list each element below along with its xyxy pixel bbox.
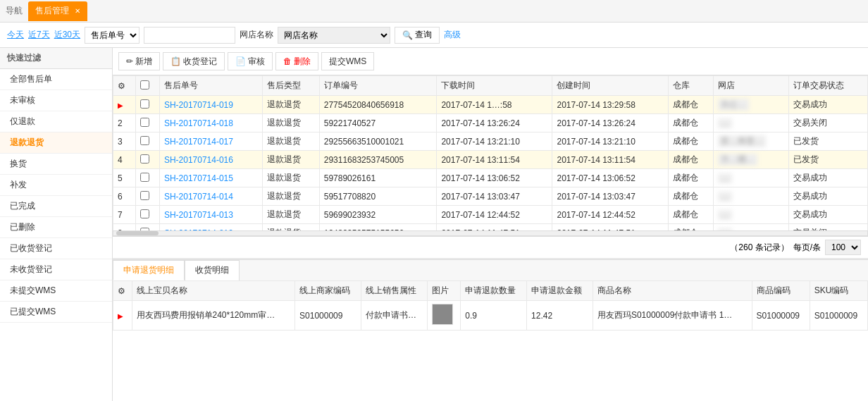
row-id[interactable]: SH-20170714-019 (159, 96, 262, 114)
advanced-button[interactable]: 高级 (444, 29, 461, 41)
row-id[interactable]: SH-20170714-016 (159, 151, 262, 169)
top-nav: 导航 售后管理 ✕ (0, 0, 868, 23)
scrollbar-thumb[interactable] (116, 231, 159, 235)
row-select[interactable] (140, 99, 149, 109)
filter-last7[interactable]: 近7天 (28, 29, 50, 41)
row-checkbox[interactable] (135, 151, 159, 169)
sidebar-item-exchange[interactable]: 换货 (0, 154, 112, 175)
row-select[interactable] (140, 173, 149, 182)
sidebar-item-all[interactable]: 全部售后单 (0, 69, 112, 90)
sidebar-item-not-received[interactable]: 未收货登记 (0, 259, 112, 280)
row-num: 4 (113, 151, 136, 169)
row-id[interactable]: SH-20170714-015 (159, 169, 262, 187)
row-select[interactable] (140, 154, 149, 164)
row-warehouse: 成都仓 (668, 96, 714, 114)
tab-refund-detail[interactable]: 申请退货明细 (113, 260, 185, 280)
pagination: （260 条记录） 每页/条 100 50 200 (113, 236, 868, 258)
bottom-row-amount: 12.42 (527, 301, 593, 331)
row-warehouse: 成都仓 (668, 132, 714, 151)
row-download: 2017-07-14 11:47:51 (437, 224, 552, 231)
sidebar-item-reissue[interactable]: 补发 (0, 175, 112, 196)
row-select[interactable] (140, 136, 149, 145)
query-button[interactable]: 🔍 查询 (395, 27, 440, 44)
row-id[interactable]: SH-20170714-017 (159, 132, 262, 151)
row-created: 2017-07-14 13:29:58 (552, 96, 668, 114)
row-checkbox[interactable] (135, 224, 159, 231)
btcol-amount: 申请退款金额 (527, 281, 593, 301)
row-checkbox[interactable] (135, 206, 159, 224)
audit-icon: 📄 (235, 56, 246, 66)
row-created: 2017-07-14 12:44:52 (552, 206, 668, 224)
audit-button[interactable]: 📄 审核 (228, 52, 273, 70)
sidebar-item-unreviewed[interactable]: 未审核 (0, 90, 112, 111)
shop-select[interactable]: 网店名称 (278, 27, 390, 44)
row-type: 退款退货 (263, 169, 319, 187)
per-page-label: 每页/条 (793, 242, 821, 254)
filter-input[interactable] (144, 27, 235, 44)
row-checkbox[interactable] (135, 132, 159, 151)
row-status: 已发货 (788, 132, 867, 151)
row-type: 退款退货 (263, 132, 319, 151)
row-id[interactable]: SH-20170714-013 (159, 206, 262, 224)
row-created: 2017-07-14 13:21:10 (552, 132, 668, 151)
col-gear[interactable]: ⚙ (113, 76, 136, 96)
col-checkbox[interactable] (135, 76, 159, 96)
row-select[interactable] (140, 209, 149, 218)
row-checkbox[interactable] (135, 114, 159, 132)
row-checkbox[interactable] (135, 169, 159, 187)
add-button[interactable]: ✏ 新增 (118, 52, 160, 70)
sidebar-item-received[interactable]: 已收货登记 (0, 238, 112, 259)
sidebar-item-not-wms[interactable]: 未提交WMS (0, 280, 112, 302)
filter-last30[interactable]: 近30天 (54, 29, 80, 41)
content-area: ✏ 新增 📋 收货登记 📄 审核 🗑 删除 提交WMS (113, 48, 868, 401)
row-type: 退款退货 (263, 206, 319, 224)
col-created: 创建时间 (552, 76, 668, 96)
tab-receive-detail[interactable]: 收货明细 (185, 260, 240, 280)
row-download: 2017-07-14 13:21:10 (437, 132, 552, 151)
nav-tab-aftersale[interactable]: 售后管理 ✕ (28, 1, 87, 21)
filter-field-select[interactable]: 售后单号 (85, 27, 140, 44)
row-select[interactable] (140, 118, 149, 127)
receive-button[interactable]: 📋 收货登记 (163, 52, 225, 70)
row-status: 交易关闭 (788, 224, 867, 231)
row-num: 2 (113, 114, 136, 132)
horizontal-scrollbar[interactable] (113, 230, 868, 236)
nav-tab-close-icon[interactable]: ✕ (75, 7, 80, 15)
btcol-name: 线上宝贝名称 (132, 281, 295, 301)
row-shop: … (714, 114, 789, 132)
row-id[interactable]: SH-20170714-012 (159, 224, 262, 231)
row-num: 8 (113, 224, 136, 231)
toolbar: ✏ 新增 📋 收货登记 📄 审核 🗑 删除 提交WMS (113, 48, 868, 75)
main-layout: 快速过滤 全部售后单 未审核 仅退款 退款退货 换货 补发 已完成 已删除 已收… (0, 48, 868, 401)
sidebar-item-completed[interactable]: 已完成 (0, 196, 112, 217)
row-id[interactable]: SH-20170714-014 (159, 187, 262, 206)
col-type: 售后类型 (263, 76, 319, 96)
row-status: 交易成功 (788, 187, 867, 206)
bottom-row-name: 用友西玛费用报销单240*120mm审… (132, 301, 295, 331)
total-records: （260 条记录） (730, 242, 788, 254)
sidebar-item-refundonly[interactable]: 仅退款 (0, 111, 112, 132)
row-checkbox[interactable] (135, 187, 159, 206)
bottom-row-flag: ▶ (113, 301, 132, 331)
col-download: 下载时间 (437, 76, 552, 96)
sidebar-item-submitted-wms[interactable]: 已提交WMS (0, 302, 112, 323)
row-num: 6 (113, 187, 136, 206)
product-thumbnail (432, 304, 453, 325)
submit-wms-button[interactable]: 提交WMS (321, 52, 374, 70)
row-select[interactable] (140, 191, 149, 200)
filter-today[interactable]: 今天 (7, 29, 24, 41)
bottom-row-product-code: S01000009 (752, 301, 810, 331)
bottom-tabs: 申请退货明细 收货明细 (113, 259, 868, 280)
row-shop: … (714, 224, 789, 231)
row-flag: ▶ (118, 101, 123, 109)
row-id[interactable]: SH-20170714-018 (159, 114, 262, 132)
row-num: ▶ (113, 96, 136, 114)
per-page-select[interactable]: 100 50 200 (825, 240, 861, 255)
delete-icon: 🗑 (283, 56, 292, 66)
btcol-gear[interactable]: ⚙ (113, 281, 132, 301)
select-all-checkbox[interactable] (140, 80, 149, 90)
sidebar-item-deleted[interactable]: 已删除 (0, 217, 112, 238)
delete-button[interactable]: 🗑 删除 (275, 52, 318, 70)
row-checkbox[interactable] (135, 96, 159, 114)
sidebar-item-refundreturn[interactable]: 退款退货 (0, 132, 112, 154)
